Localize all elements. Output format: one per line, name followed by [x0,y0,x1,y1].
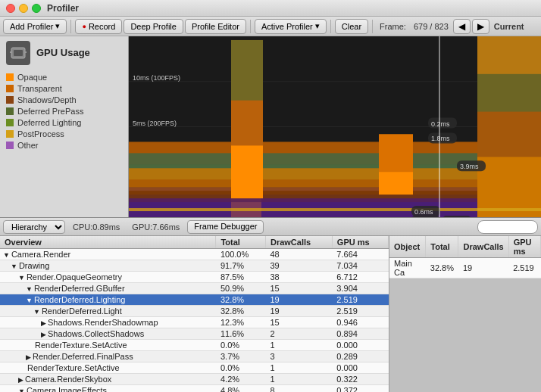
search-input[interactable] [477,220,538,234]
cell-name: RenderTexture.SetActive [0,340,216,351]
tree-toggle[interactable]: ▶ [41,331,46,338]
table-row[interactable]: ▼Render.OpaqueGeometry 87.5% 38 6.712 [0,272,389,283]
record-icon: ● [82,23,86,30]
tree-toggle[interactable]: ▶ [26,353,31,361]
frame-next-button[interactable]: ▶ [472,19,489,34]
table-row[interactable]: ▼RenderDeferred.GBuffer 50.9% 15 3.904 [0,283,389,294]
gpu-icon [6,41,30,65]
chart-container[interactable]: 10ms (100FPS) 5ms (200FPS) [129,36,541,217]
table-row[interactable]: ▼RenderDeferred.Light 32.8% 19 2.519 [0,306,389,317]
cell-name: ▼RenderDeferred.Light [0,306,216,317]
right-table[interactable]: Object Total DrawCalls GPU ms Main Ca 32… [389,236,541,392]
cell-total: 12.3% [216,317,265,328]
cell-gpums: 6.712 [332,272,388,283]
tree-toggle[interactable]: ▼ [33,308,40,316]
profile-editor-button[interactable]: Profile Editor [185,19,246,34]
gpu-section: GPU Usage OpaqueTransparentShadows/Depth… [0,36,541,218]
tree-toggle[interactable]: ▼ [11,263,17,270]
legend-item: Deferred PrePass [6,107,122,116]
table-row[interactable]: ▼Camera.ImageEffects 4.8% 8 0.372 [0,385,389,393]
frame-debugger-label: Frame Debugger [194,222,257,231]
cell-gpums: 0.894 [332,328,388,340]
cell-drawcalls: 3 [265,351,332,362]
cell-total: 50.9% [216,283,265,294]
svg-rect-29 [477,36,541,74]
tree-toggle[interactable]: ▼ [26,297,33,304]
tree-toggle[interactable]: ▼ [18,387,25,392]
cell-name: RenderTexture.SetActive [0,362,216,374]
table-row[interactable]: ▶Shadows.CollectShadows 11.6% 2 0.894 [0,328,389,340]
record-label: Record [89,22,115,31]
active-profiler-button[interactable]: Active Profiler ▾ [255,19,327,34]
table-row[interactable]: RenderTexture.SetActive 0.0% 1 0.000 [0,340,389,351]
right-table-row[interactable]: Main Ca 32.8% 19 2.519 [389,258,541,278]
table-row[interactable]: ▶Camera.RenderSkybox 4.2% 1 0.322 [0,374,389,385]
close-button[interactable] [6,4,15,13]
col-total: Total [216,236,265,249]
gpu-svg-icon [10,45,27,61]
toolbar: Add Profiler ▾ ● Record Deep Profile Pro… [0,17,541,36]
deep-profile-button[interactable]: Deep Profile [124,19,183,34]
cell-right-total: 32.8% [426,258,458,278]
legend-color-swatch [6,130,14,138]
maximize-button[interactable] [32,4,41,13]
tree-toggle[interactable]: ▼ [3,251,10,259]
frame-debugger-button[interactable]: Frame Debugger [187,220,264,234]
toolbar-divider-4 [372,20,373,33]
tree-toggle[interactable]: ▼ [26,285,33,293]
col-right-gpums: GPU ms [508,236,540,258]
svg-rect-31 [477,208,541,211]
table-row[interactable]: ▼Camera.Render 100.0% 48 7.664 [0,249,389,260]
tree-toggle[interactable]: ▶ [18,376,23,384]
active-profiler-label: Active Profiler [261,22,313,31]
cell-right-draws: 19 [458,258,508,278]
legend-color-swatch [6,119,14,126]
frame-label: Frame: [377,22,409,31]
svg-text:3.9ms: 3.9ms [460,163,479,170]
legend-item-label: Transparent [17,84,62,93]
tree-toggle[interactable]: ▶ [41,319,46,327]
cell-name: ▼Drawing [0,260,216,272]
cell-name: ▼Camera.ImageEffects [0,385,216,393]
table-row[interactable]: ▶Shadows.RenderShadowmap 12.3% 15 0.946 [0,317,389,328]
minimize-button[interactable] [19,4,28,13]
svg-rect-23 [231,40,263,101]
cell-right-gpu: 2.519 [508,258,540,278]
table-row[interactable]: ▼Drawing 91.7% 39 7.034 [0,260,389,272]
record-button[interactable]: ● Record [75,19,122,34]
legend-item: Other [6,141,122,150]
cell-gpums: 2.519 [332,294,388,306]
legend-items: OpaqueTransparentShadows/DepthDeferred P… [6,73,122,152]
window-title: Profiler [47,3,79,14]
legend-item-label: Deferred Lighting [17,118,81,127]
table-row[interactable]: ▶Render.Deferred.FinalPass 3.7% 3 0.289 [0,351,389,362]
clear-button[interactable]: Clear [335,19,368,34]
cell-total: 32.8% [216,306,265,317]
cell-total: 87.5% [216,272,265,283]
cell-gpums: 7.034 [332,260,388,272]
cell-gpums: 0.000 [332,362,388,374]
cell-gpums: 0.289 [332,351,388,362]
cell-drawcalls: 48 [265,249,332,260]
current-label: Current [491,22,527,31]
table-row[interactable]: ▼RenderDeferred.Lighting 32.8% 19 2.519 [0,294,389,306]
add-profiler-button[interactable]: Add Profiler ▾ [3,19,67,34]
filter-bar: Hierarchy CPU:0.89ms GPU:7.66ms Frame De… [0,218,541,236]
left-table[interactable]: Overview Total DrawCalls GPU ms ▼Camera.… [0,236,389,392]
tree-toggle[interactable]: ▼ [18,274,25,282]
svg-rect-3 [25,51,27,53]
frame-prev-button[interactable]: ◀ [453,19,471,34]
cell-total: 0.0% [216,340,265,351]
cell-drawcalls: 19 [265,306,332,317]
cell-gpums: 0.946 [332,317,388,328]
object-table: Object Total DrawCalls GPU ms Main Ca 32… [389,236,541,278]
cell-gpums: 0.322 [332,374,388,385]
cell-total: 4.2% [216,374,265,385]
add-profiler-label: Add Profiler [10,22,53,31]
cell-total: 11.6% [216,328,265,340]
toolbar-divider-1 [70,20,71,33]
table-row[interactable]: RenderTexture.SetActive 0.0% 1 0.000 [0,362,389,374]
toolbar-divider-2 [250,20,251,33]
hierarchy-select[interactable]: Hierarchy [3,220,65,234]
cell-gpums: 0.372 [332,385,388,393]
